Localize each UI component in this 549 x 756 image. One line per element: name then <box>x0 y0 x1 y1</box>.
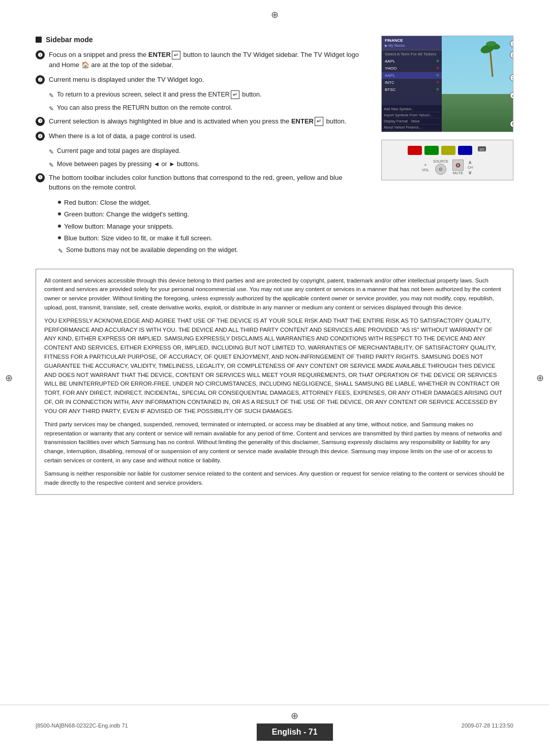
numbered-item-1: ❶ Focus on a snippet and press the ENTER… <box>36 50 361 70</box>
footer-right: 2009-07-28 11:23:50 <box>462 722 513 729</box>
page-number-box: English - 71 <box>257 723 333 741</box>
remote-ch: ∧ CH ∨ <box>468 160 473 175</box>
sidebar-mode-section: Sidebar mode ❶ Focus on a snippet and pr… <box>36 36 513 259</box>
item-number-2: ❷ <box>36 75 45 84</box>
bullet-dot-yellow <box>58 225 61 228</box>
note-text-2b: You can also press the RETURN button on … <box>57 103 232 113</box>
section-title: Sidebar mode <box>46 36 93 44</box>
note-text-4a: Current page and total pages are display… <box>57 146 180 156</box>
item-number-5: ❺ <box>36 173 45 182</box>
item-text-1: Focus on a snippet and press the ENTER↵ … <box>49 50 361 70</box>
main-content: Sidebar mode ❶ Focus on a snippet and pr… <box>36 36 513 495</box>
bullet-dot-red <box>58 201 61 204</box>
remote-controls: + VOL SOURCE ⊙ 🔇 MUTE <box>422 160 473 175</box>
bullet-text-green: Green button: Change the widget's settin… <box>64 209 189 219</box>
note-text-5: Some buttons may not be available depend… <box>66 245 238 255</box>
svg-line-0 <box>490 49 493 77</box>
enter-label-1: ENTER <box>148 51 171 58</box>
bullet-item-green: Green button: Change the widget's settin… <box>58 209 361 219</box>
item-text-2: Current menu is displayed under the TV W… <box>49 75 361 85</box>
bullet-text-red: Red button: Close the widget. <box>64 198 151 208</box>
ws-about: About Yahoo! Finance... <box>384 124 440 131</box>
bullet-text-blue: Blue button: Size video to fit, or make … <box>64 233 212 243</box>
remote-source-btn: ⊙ <box>435 164 446 175</box>
note-icon-2a: ✎ <box>49 91 54 100</box>
reg-mark-right: ⊕ <box>536 372 544 384</box>
note-icon-4b: ✎ <box>49 161 54 170</box>
remote-vol: + VOL <box>422 163 429 172</box>
widget-sidebar: FINANCE ▶ My Stocks Select A Term For Al… <box>382 36 443 132</box>
footer-center: ⊕ English - 71 <box>257 710 333 741</box>
sub-note-2a: ✎ To return to a previous screen, select… <box>49 90 361 100</box>
remote-color-buttons: I/O <box>408 145 487 155</box>
numbered-item-5: ❺ The bottom toolbar includes color func… <box>36 173 361 193</box>
ws-row-yhoo: YHOO ⊙ <box>382 65 442 72</box>
page-container: ⊕ ⊕ ⊕ Sidebar mode ❶ Focus on a snippet … <box>0 0 549 756</box>
reg-mark-top: ⊕ <box>271 9 279 20</box>
bullet-text-yellow: Yellow button: Manage your snippets. <box>64 222 174 232</box>
widget-photo <box>442 36 513 132</box>
remote-ch-down: ∨ <box>468 170 472 175</box>
remote-power-icon: I/O <box>477 145 487 155</box>
remote-source: SOURCE ⊙ <box>433 160 448 175</box>
legal-para-4: Samsung is neither responsible nor liabl… <box>44 469 505 488</box>
photo-ground <box>442 94 513 132</box>
note-text-2a: To return to a previous screen, select i… <box>57 90 261 100</box>
photo-sky <box>442 36 513 94</box>
ws-add-symbol: Add New Symbol... <box>384 106 440 112</box>
sidebar-mode-right: FINANCE ▶ My Stocks Select A Term For Al… <box>376 36 513 259</box>
ws-display: Display Format Value <box>384 118 440 124</box>
legal-para-1: All content and services accessible thro… <box>44 276 505 312</box>
section-header: Sidebar mode <box>36 36 361 44</box>
ws-header: FINANCE ▶ My Stocks <box>382 36 442 50</box>
annot-4: 4 <box>510 92 513 99</box>
bullet-dot-green <box>58 212 61 215</box>
remote-mute: 🔇 MUTE <box>452 160 464 175</box>
widget-screenshot: FINANCE ▶ My Stocks Select A Term For Al… <box>381 36 513 132</box>
item-number-4: ❹ <box>36 132 45 141</box>
section-header-icon <box>36 37 42 43</box>
enter-label-3: ENTER <box>291 117 314 125</box>
reg-mark-left: ⊕ <box>5 372 13 384</box>
footer-left: [8500-NA]BN68-02322C-Eng.indb 71 <box>36 722 128 729</box>
note-icon-5: ✎ <box>58 246 63 256</box>
note-icon-2b: ✎ <box>49 104 54 113</box>
numbered-item-3: ❸ Current selection is always highlighte… <box>36 116 361 127</box>
annot-1: 1 <box>510 40 513 47</box>
note-text-4b: Move between pages by pressing ◄ or ► bu… <box>57 160 199 169</box>
svg-text:I/O: I/O <box>479 148 484 151</box>
remote-image: I/O + VOL SOURCE ⊙ <box>381 140 513 180</box>
bullet-list-5: Red button: Close the widget. Green butt… <box>58 198 361 243</box>
enter-icon-3: ↵ <box>315 117 323 125</box>
remote-btn-red <box>408 146 422 155</box>
remote-btn-blue <box>458 146 472 155</box>
legal-para-2: YOU EXPRESSLY ACKNOWLEDGE AND AGREE THAT… <box>44 317 505 416</box>
remote-btn-green <box>424 146 439 155</box>
sub-note-2b: ✎ You can also press the RETURN button o… <box>49 103 361 113</box>
sub-note-5: ✎ Some buttons may not be available depe… <box>58 245 361 256</box>
annot-5: 5 <box>510 120 513 128</box>
legal-para-3: Third party services may be changed, sus… <box>44 420 505 465</box>
item-number-3: ❸ <box>36 117 45 126</box>
bullet-item-blue: Blue button: Size video to fit, or make … <box>58 233 361 243</box>
ws-import: Import Symbols From Yahoo!... <box>384 112 440 118</box>
ws-bottom: Add New Symbol... Import Symbols From Ya… <box>382 105 442 132</box>
widget-screenshot-container: FINANCE ▶ My Stocks Select A Term For Al… <box>381 36 513 132</box>
sub-note-4a: ✎ Current page and total pages are displ… <box>49 146 361 156</box>
page-footer: [8500-NA]BN68-02322C-Eng.indb 71 ⊕ Engli… <box>0 705 549 741</box>
bullet-item-red: Red button: Close the widget. <box>58 198 361 208</box>
item-text-4: When there is a lot of data, a page cont… <box>49 131 361 141</box>
numbered-item-2: ❷ Current menu is displayed under the TV… <box>36 75 361 85</box>
legal-box: All content and services accessible thro… <box>36 269 513 495</box>
ws-row-btsc: BTSC ⊙ <box>382 86 442 93</box>
ws-row-aapl: AAPL ⊙ <box>382 58 442 65</box>
enter-icon-1: ↵ <box>172 51 180 59</box>
item-text-5: The bottom toolbar includes color functi… <box>49 173 361 193</box>
sub-note-4b: ✎ Move between pages by pressing ◄ or ► … <box>49 160 361 170</box>
palm-tree-svg <box>480 39 505 79</box>
reg-mark-bottom: ⊕ <box>291 710 298 721</box>
sidebar-mode-left: Sidebar mode ❶ Focus on a snippet and pr… <box>36 36 361 259</box>
annot-3: 3 <box>510 74 513 81</box>
home-icon: 🏠 <box>81 61 89 69</box>
item-text-3: Current selection is always highlighted … <box>49 116 361 127</box>
